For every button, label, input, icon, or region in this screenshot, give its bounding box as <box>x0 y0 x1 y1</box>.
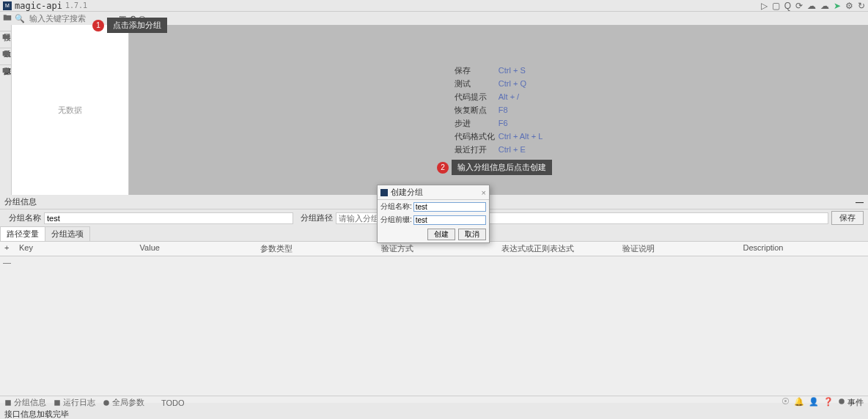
footer: 分组信息 运行日志 全局参数 TODO ⦿ 🔔 👤 ❓ 事件 <box>0 396 868 409</box>
th-value: Value <box>140 243 261 254</box>
create-button[interactable]: 创建 <box>427 229 455 240</box>
hint-key: F8 <box>499 103 508 116</box>
footer-todo[interactable]: TODO <box>152 398 185 407</box>
hint-key: Ctrl + E <box>499 143 526 156</box>
dialog-prefix-input[interactable] <box>413 215 486 225</box>
help-icon[interactable]: ❓ <box>823 397 834 408</box>
callout-badge: 1 <box>92 20 104 31</box>
titlebar-actions: ▷ ▢ Q ⟳ ☁ ☁ ➤ ⚙ ↻ <box>761 1 865 11</box>
svg-point-2 <box>839 398 845 404</box>
tree-empty: 无数据 <box>58 105 82 116</box>
user-icon[interactable]: 👤 <box>809 397 819 408</box>
hint-key: Ctrl + Q <box>499 77 526 90</box>
th-msg: 验证说明 <box>622 243 743 254</box>
search-glass-icon: 🔍 <box>15 14 25 23</box>
hint-key: Ctrl + Alt + L <box>499 130 543 143</box>
main: 接口 函数 数据源 无数据 保存Ctrl + S测试Ctrl + Q代码提示Al… <box>0 25 868 195</box>
history-icon[interactable]: ⟳ <box>795 1 803 11</box>
footer-event[interactable]: 事件 <box>847 398 864 407</box>
settings-icon[interactable]: ⚙ <box>845 1 853 11</box>
group-name-input[interactable] <box>44 212 293 224</box>
hint-label: 代码格式化 <box>455 130 499 143</box>
th-key: Key <box>19 243 140 254</box>
dialog-icon <box>380 189 388 196</box>
callout-1: 1 点击添加分组 <box>92 18 167 33</box>
send-icon[interactable]: ➤ <box>834 1 841 11</box>
dialog-name-input[interactable] <box>413 202 486 212</box>
dialog-name-label: 分组名称: <box>380 201 412 212</box>
hint-key: Ctrl + S <box>499 64 526 77</box>
app-icon: M <box>3 1 12 10</box>
save-button[interactable]: 保存 <box>831 211 864 225</box>
svg-point-1 <box>103 400 109 406</box>
folder-icon[interactable]: ▢ <box>772 1 780 11</box>
th-type: 参数类型 <box>260 243 381 254</box>
hint-label: 恢复断点 <box>455 103 499 116</box>
github-icon[interactable]: ⦿ <box>781 397 790 408</box>
folder-small-icon <box>2 67 10 74</box>
dialog-prefix-label: 分组前缀: <box>380 215 412 225</box>
footer-group-info[interactable]: 分组信息 <box>4 397 46 408</box>
app-version: 1.7.1 <box>65 1 87 10</box>
titlebar: M magic-api 1.7.1 ▷ ▢ Q ⟳ ☁ ☁ ➤ ⚙ ↻ <box>0 0 868 12</box>
dialog-name-row: 分组名称: <box>378 200 489 213</box>
table-body: — <box>0 256 868 403</box>
tab-group-options[interactable]: 分组选项 <box>45 226 90 241</box>
dialog-prefix-row: 分组前缀: <box>378 213 489 226</box>
create-group-dialog: 创建分组 × 分组名称: 分组前缀: 创建 取消 <box>377 185 490 243</box>
table-header: + Key Value 参数类型 验证方式 表达式或正则表达式 验证说明 Des… <box>0 242 868 256</box>
hint-label: 步进 <box>455 116 499 130</box>
hint-label: 代码提示 <box>455 90 499 103</box>
group-path-label: 分组路径 <box>296 212 333 223</box>
callout-2: 2 输入分组信息后点击创建 <box>437 160 552 175</box>
footer-global-params[interactable]: 全局参数 <box>103 397 144 408</box>
folder-small-icon <box>2 33 10 40</box>
hints: 保存Ctrl + S测试Ctrl + Q代码提示Alt + /恢复断点F8步进F… <box>455 64 543 156</box>
hint-label: 最近打开 <box>455 143 499 156</box>
status-text: 接口信息加载完毕 <box>4 409 69 420</box>
status-bar: 接口信息加载完毕 <box>0 409 868 419</box>
group-info-title: 分组信息 <box>4 196 37 207</box>
folder-tree-icon[interactable] <box>3 13 12 23</box>
tree-panel: 无数据 <box>12 25 129 195</box>
th-expr: 表达式或正则表达式 <box>501 243 622 254</box>
th-validate: 验证方式 <box>381 243 502 254</box>
run-icon[interactable]: ▷ <box>761 1 768 11</box>
cloud-up-icon[interactable]: ☁ <box>807 1 816 11</box>
close-icon[interactable]: × <box>482 188 486 197</box>
hint-key: Alt + / <box>499 90 519 103</box>
add-row-icon[interactable]: + <box>4 243 19 254</box>
dialog-header: 创建分组 × <box>378 185 489 200</box>
callout-text: 点击添加分组 <box>107 18 167 33</box>
dialog-buttons: 创建 取消 <box>378 226 489 242</box>
search-icon[interactable]: Q <box>784 1 791 11</box>
refresh-icon[interactable]: ↻ <box>858 1 865 11</box>
th-desc: Description <box>743 243 864 254</box>
group-name-label: 分组名称 <box>4 212 41 223</box>
sidebar-tab-datasource[interactable]: 数据源 <box>0 59 11 65</box>
sidebar: 接口 函数 数据源 <box>0 25 12 195</box>
app-name: magic-api <box>15 1 62 11</box>
callout-text: 输入分组信息后点击创建 <box>452 160 552 175</box>
minimize-icon[interactable]: — <box>856 198 864 207</box>
hint-label: 测试 <box>455 77 499 90</box>
svg-rect-0 <box>5 400 11 406</box>
cancel-button[interactable]: 取消 <box>458 229 486 240</box>
hint-key: F6 <box>499 116 508 130</box>
sidebar-tab-api[interactable]: 接口 <box>0 25 11 31</box>
cloud-down-icon[interactable]: ☁ <box>820 1 829 11</box>
remove-row-icon[interactable]: — <box>0 256 868 268</box>
footer-right: ⦿ 🔔 👤 ❓ 事件 <box>781 397 864 408</box>
folder-small-icon <box>2 50 10 57</box>
bell-icon[interactable]: 🔔 <box>794 397 804 408</box>
tab-path-vars[interactable]: 路径变量 <box>0 226 45 241</box>
hint-label: 保存 <box>455 64 499 77</box>
callout-badge: 2 <box>437 162 449 174</box>
sidebar-tab-function[interactable]: 函数 <box>0 42 11 48</box>
dialog-title: 创建分组 <box>391 187 423 198</box>
footer-run-log[interactable]: 运行日志 <box>54 397 95 408</box>
